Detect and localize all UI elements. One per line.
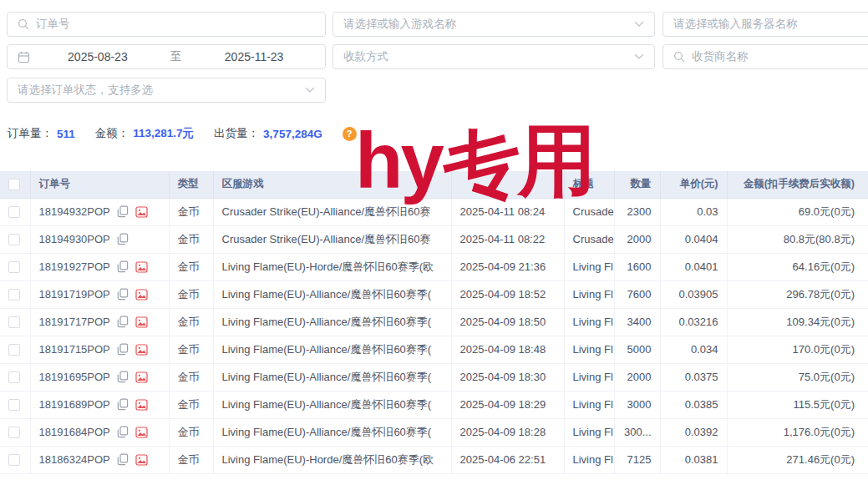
order-status-select[interactable]: 请选择订单状态，支持多选: [7, 78, 326, 103]
order-time-cell: 2025-04-11 08:22: [451, 225, 564, 253]
column-header-amount: 金额(扣手续费后实收额): [727, 171, 868, 198]
payment-method-select[interactable]: 收款方式: [332, 44, 655, 69]
title-label: Living Fl: [573, 371, 613, 383]
date-end[interactable]: 2025-11-23: [193, 50, 315, 63]
copy-icon[interactable]: [117, 288, 129, 301]
row-checkbox[interactable]: [8, 344, 20, 356]
image-icon[interactable]: [135, 399, 148, 411]
region-game-cell: Living Flame(EU)-Alliance/魔兽怀旧60赛季(: [213, 308, 451, 336]
table-header-row: 订单号类型区服游戏标题数量单价(元)金额(扣手续费后实收额): [0, 171, 868, 198]
copy-icon[interactable]: [117, 426, 129, 438]
order-time-cell: 2025-04-09 18:50: [451, 308, 564, 336]
order-id: 18191684POP: [39, 426, 110, 438]
unit-price-cell: 0.03905: [660, 280, 727, 308]
copy-icon[interactable]: [117, 233, 129, 245]
row-select-cell: [0, 280, 30, 308]
date-start[interactable]: 2025-08-23: [37, 50, 159, 63]
type-cell: 金币: [169, 253, 213, 280]
amount-cell: 296.78元(0元): [727, 280, 868, 308]
row-checkbox[interactable]: [8, 206, 20, 218]
game-name-select[interactable]: 请选择或输入游戏名称: [332, 12, 655, 37]
select-all-checkbox[interactable]: [8, 179, 20, 190]
title-cell: Living Fl: [564, 253, 614, 280]
row-checkbox[interactable]: [8, 289, 20, 301]
order-management-page: 订单号 请选择或输入游戏名称 请选择或输入服务器名称 2025-08-23 至 …: [0, 0, 868, 485]
row-checkbox[interactable]: [8, 371, 20, 383]
row-select-cell: [0, 336, 30, 363]
date-range-picker[interactable]: 2025-08-23 至 2025-11-23: [7, 44, 326, 69]
type-label: 金币: [178, 453, 200, 466]
amount-cell: 64.16元(0元): [727, 253, 868, 280]
order-no-placeholder: 订单号: [36, 17, 315, 32]
order-id-cell: 18194932POP: [30, 198, 169, 225]
row-select-cell: [0, 198, 30, 225]
order-id: 18191695POP: [39, 371, 110, 383]
order-id: 18191719POP: [39, 288, 110, 301]
orders-table: 订单号类型区服游戏标题数量单价(元)金额(扣手续费后实收额) 18194932P…: [0, 171, 868, 474]
table-body: 18194932POP 金币 Crusader Strike(EU)-Allia…: [0, 198, 868, 473]
title-label: Living Fl: [573, 343, 613, 356]
stat-order-count-value: 511: [57, 128, 75, 140]
image-icon[interactable]: [135, 344, 148, 356]
type-cell: 金币: [169, 198, 213, 225]
title-cell: Crusade: [564, 225, 614, 253]
row-checkbox[interactable]: [8, 427, 20, 438]
image-icon[interactable]: [135, 427, 148, 438]
copy-icon[interactable]: [117, 453, 129, 466]
image-icon[interactable]: [135, 316, 148, 328]
order-id-cell: 18191717POP: [30, 308, 169, 336]
type-label: 金币: [178, 288, 200, 301]
row-checkbox[interactable]: [8, 316, 20, 328]
image-icon[interactable]: [135, 261, 148, 273]
copy-icon[interactable]: [117, 205, 129, 218]
quantity-cell: 5000: [614, 336, 660, 363]
server-name-select[interactable]: 请选择或输入服务器名称: [662, 12, 868, 37]
table-row: 18191695POP 金币 Living Flame(EU)-Alliance…: [0, 363, 868, 391]
column-header-price: 单价(元): [660, 171, 727, 198]
chevron-down-icon: [634, 53, 644, 60]
row-select-cell: [0, 418, 30, 446]
copy-icon[interactable]: [117, 371, 129, 383]
unit-price-cell: 0.03: [660, 198, 727, 225]
type-cell: 金币: [169, 418, 213, 446]
amount-cell: 1,176.0元(0元): [727, 418, 868, 446]
image-icon[interactable]: [135, 454, 148, 466]
title-label: Living Fl: [573, 398, 613, 411]
row-select-cell: [0, 363, 30, 391]
image-icon[interactable]: [135, 289, 148, 301]
quantity-cell: 3400: [614, 308, 660, 336]
image-icon[interactable]: [135, 371, 148, 383]
row-checkbox[interactable]: [8, 399, 20, 411]
order-no-input[interactable]: 订单号: [7, 12, 326, 37]
order-time-cell: 2025-04-09 18:28: [451, 418, 564, 446]
stat-shipped: 出货量： 3,757,284G: [214, 126, 322, 141]
row-checkbox[interactable]: [8, 261, 20, 273]
table-row: 18194930POP 金币 Crusader Strike(EU)-Allia…: [0, 225, 868, 253]
summary-stats: 订单量： 511 金额： 113,281.7元 出货量： 3,757,284G …: [8, 125, 357, 142]
image-icon[interactable]: [135, 206, 148, 218]
copy-icon[interactable]: [117, 398, 129, 411]
copy-icon[interactable]: [117, 260, 129, 273]
type-cell: 金币: [169, 280, 213, 308]
title-label: Living Fl: [573, 426, 613, 438]
help-icon[interactable]: ?: [343, 127, 357, 141]
order-time-label: 2025-04-06 22:51: [460, 453, 546, 466]
stat-shipped-label: 出货量：: [214, 126, 259, 141]
copy-icon[interactable]: [117, 343, 129, 356]
region-game-label: Living Flame(EU)-Alliance/魔兽怀旧60赛季(: [222, 398, 432, 411]
type-label: 金币: [178, 343, 200, 356]
region-game-label: Living Flame(EU)-Alliance/魔兽怀旧60赛季(: [222, 288, 432, 301]
region-game-label: Living Flame(EU)-Alliance/魔兽怀旧60赛季(: [222, 371, 432, 383]
table-row: 18194932POP 金币 Crusader Strike(EU)-Allia…: [0, 198, 868, 225]
type-label: 金币: [178, 371, 200, 383]
order-time-label: 2025-04-09 21:36: [460, 260, 546, 273]
type-cell: 金币: [169, 446, 213, 473]
row-checkbox[interactable]: [8, 454, 20, 466]
row-checkbox[interactable]: [8, 234, 20, 245]
order-time-label: 2025-04-09 18:52: [460, 288, 546, 301]
unit-price-cell: 0.0381: [660, 446, 727, 473]
region-game-label: Crusader Strike(EU)-Alliance/魔兽怀旧60赛: [222, 205, 431, 218]
receiver-name-input[interactable]: 收货商名称: [662, 44, 868, 69]
stat-amount-value: 113,281.7元: [133, 126, 194, 141]
copy-icon[interactable]: [117, 316, 129, 328]
